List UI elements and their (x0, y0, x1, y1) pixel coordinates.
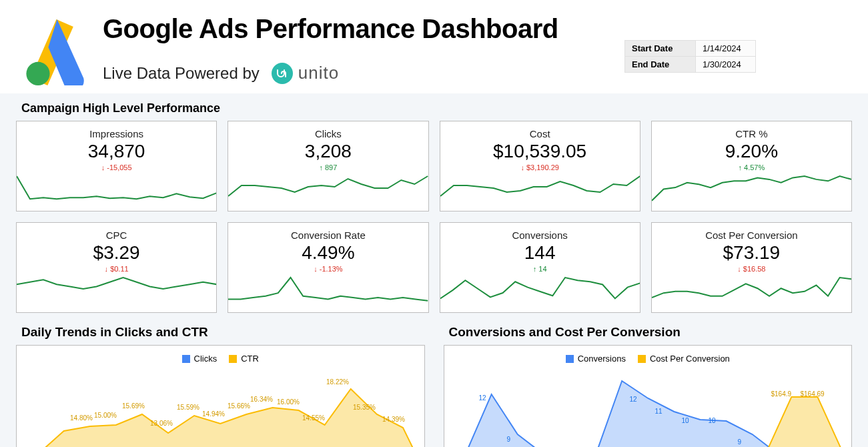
kpi-label: Conversions (512, 230, 567, 241)
legend-cpc: Cost Per Conversion (638, 354, 730, 364)
kpi-value: 144 (524, 242, 556, 264)
legend-clicks: Clicks (182, 354, 218, 364)
kpi-delta: ↓ $3,190.29 (520, 163, 559, 171)
page-title: Google Ads Performance Dashboard (103, 14, 558, 44)
ctr-label: 14.39% (382, 416, 405, 423)
kpi-sparkline (17, 172, 216, 209)
kpi-value: $3.29 (93, 242, 140, 264)
kpi-card: CPC$3.29↓ $0.11 (16, 222, 217, 313)
ctr-label: 15.00% (94, 412, 117, 419)
legend-clicks-label: Clicks (194, 354, 218, 364)
kpi-label: Clicks (315, 128, 342, 139)
kpi-delta: ↑ 4.57% (739, 163, 765, 171)
kpi-label: Impressions (89, 128, 143, 139)
kpi-delta: ↓ -1.13% (314, 265, 342, 273)
conv-label: 12 (479, 394, 486, 402)
cpc-label: $164.69 (801, 390, 825, 398)
kpi-card: CTR %9.20%↑ 4.57% (651, 121, 852, 211)
legend-swatch-blue (182, 355, 190, 363)
ctr-label: 14.94% (202, 410, 225, 418)
legend-ctr: CTR (229, 354, 259, 364)
chart-body-left: 14.80% 15.00% 15.69% 13.06% 15.59% 14.94… (17, 368, 424, 447)
kpi-sparkline (652, 274, 851, 311)
kpi-value: 4.49% (302, 242, 354, 264)
kpi-card: Impressions34,870↓ -15,055 (16, 121, 217, 211)
kpi-card: Clicks3,208↑ 897 (228, 121, 428, 211)
legend-swatch-yellow (638, 355, 646, 363)
kpi-sparkline (440, 172, 640, 209)
clicks-ctr-chart: Clicks CTR 14.80% 15.00% 15.69% 13.06% 1… (16, 345, 425, 447)
legend-swatch-yellow (229, 355, 237, 363)
end-date-label: End Date (625, 57, 696, 73)
conv-label: 10 (682, 417, 689, 424)
unito-text: unito (298, 63, 339, 83)
kpi-sparkline (652, 172, 851, 209)
legend-ctr-label: CTR (241, 354, 259, 364)
start-date-value[interactable]: 1/14/2024 (696, 41, 756, 57)
cpc-label: $164.9 (771, 390, 792, 398)
kpi-sparkline (228, 274, 428, 311)
kpi-delta: ↓ -15,055 (101, 163, 132, 171)
conv-label: 11 (655, 408, 663, 415)
kpi-label: CTR % (735, 128, 767, 139)
kpi-delta: ↓ $0.11 (105, 265, 129, 273)
kpi-section-title: Campaign High Level Performance (21, 101, 868, 115)
legend-swatch-blue (566, 355, 574, 363)
kpi-label: CPC (106, 230, 127, 241)
ctr-label: 16.00% (277, 398, 300, 406)
kpi-card: Conversion Rate4.49%↓ -1.13% (228, 222, 428, 313)
kpi-value: 34,870 (88, 141, 145, 162)
svg-point-0 (26, 62, 49, 85)
kpi-value: 3,208 (305, 141, 352, 162)
ctr-label: 15.59% (177, 404, 199, 411)
conv-label: 12 (630, 396, 637, 403)
kpi-value: $10,539.05 (493, 141, 586, 162)
svg-marker-3 (765, 397, 843, 447)
google-ads-logo-icon (16, 12, 89, 85)
conv-label: 9 (507, 436, 511, 443)
ctr-label: 16.34% (250, 396, 273, 403)
kpi-card: Conversions144↑ 14 (440, 222, 640, 313)
subtitle-prefix: Live Data Powered by (103, 64, 260, 83)
kpi-grid: Impressions34,870↓ -15,055Clicks3,208↑ 8… (0, 121, 868, 313)
ctr-label: 15.69% (122, 402, 145, 410)
kpi-value: 9.20% (725, 141, 778, 162)
kpi-delta: ↓ $16.58 (737, 265, 765, 273)
date-range-table: Start Date 1/14/2024 End Date 1/30/2024 (624, 40, 756, 73)
legend-conversions-label: Conversions (578, 354, 626, 364)
header: Google Ads Performance Dashboard Live Da… (0, 0, 868, 93)
conversions-chart: Conversions Cost Per Conversion 12 9 12 … (444, 345, 853, 447)
kpi-card: Cost$10,539.05↓ $3,190.29 (440, 121, 640, 211)
kpi-card: Cost Per Conversion$73.19↓ $16.58 (651, 222, 852, 313)
kpi-label: Conversion Rate (291, 230, 366, 241)
ctr-label: 15.66% (228, 402, 250, 410)
chart-body-right: 12 9 12 11 10 10 9 $164.9 $164.69 (444, 368, 852, 447)
ctr-label: 15.35% (353, 404, 376, 411)
legend-conversions: Conversions (566, 354, 626, 364)
chart-title-left: Daily Trends in Clicks and CTR (21, 325, 425, 340)
unito-icon (272, 63, 293, 84)
kpi-label: Cost Per Conversion (705, 230, 797, 241)
kpi-sparkline (17, 274, 216, 311)
ctr-label: 13.06% (150, 420, 173, 427)
ctr-label: 14.80% (70, 414, 93, 422)
kpi-sparkline (440, 274, 640, 311)
legend-cpc-label: Cost Per Conversion (650, 354, 730, 364)
ctr-label: 14.55% (302, 414, 325, 422)
kpi-value: $73.19 (723, 242, 781, 264)
ctr-label: 18.22% (326, 378, 349, 386)
kpi-sparkline (228, 172, 428, 209)
conv-label: 9 (738, 438, 742, 446)
conv-label: 10 (709, 417, 716, 424)
chart-title-right: Conversions and Cost Per Conversion (449, 325, 853, 340)
kpi-delta: ↑ 14 (533, 265, 547, 273)
kpi-label: Cost (530, 128, 550, 139)
kpi-delta: ↑ 897 (319, 163, 337, 171)
start-date-label: Start Date (625, 41, 696, 57)
end-date-value[interactable]: 1/30/2024 (696, 57, 756, 73)
unito-logo: unito (272, 63, 339, 84)
